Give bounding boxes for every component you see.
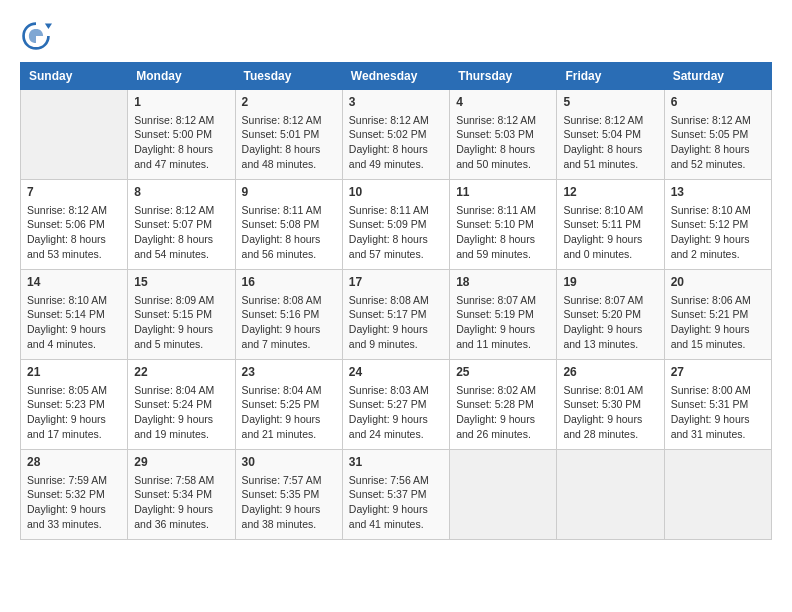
day-number: 2 xyxy=(242,94,336,111)
day-number: 16 xyxy=(242,274,336,291)
day-number: 15 xyxy=(134,274,228,291)
week-row-2: 7Sunrise: 8:12 AM Sunset: 5:06 PM Daylig… xyxy=(21,180,772,270)
calendar-cell: 13Sunrise: 8:10 AM Sunset: 5:12 PM Dayli… xyxy=(664,180,771,270)
calendar-cell: 12Sunrise: 8:10 AM Sunset: 5:11 PM Dayli… xyxy=(557,180,664,270)
day-number: 20 xyxy=(671,274,765,291)
day-info: Sunrise: 8:12 AM Sunset: 5:03 PM Dayligh… xyxy=(456,113,550,172)
day-number: 23 xyxy=(242,364,336,381)
day-info: Sunrise: 8:04 AM Sunset: 5:24 PM Dayligh… xyxy=(134,383,228,442)
day-info: Sunrise: 7:58 AM Sunset: 5:34 PM Dayligh… xyxy=(134,473,228,532)
day-number: 12 xyxy=(563,184,657,201)
day-number: 17 xyxy=(349,274,443,291)
day-number: 11 xyxy=(456,184,550,201)
day-info: Sunrise: 8:00 AM Sunset: 5:31 PM Dayligh… xyxy=(671,383,765,442)
column-header-saturday: Saturday xyxy=(664,63,771,90)
calendar-body: 1Sunrise: 8:12 AM Sunset: 5:00 PM Daylig… xyxy=(21,90,772,540)
column-header-wednesday: Wednesday xyxy=(342,63,449,90)
day-info: Sunrise: 8:01 AM Sunset: 5:30 PM Dayligh… xyxy=(563,383,657,442)
day-number: 25 xyxy=(456,364,550,381)
day-info: Sunrise: 8:05 AM Sunset: 5:23 PM Dayligh… xyxy=(27,383,121,442)
day-info: Sunrise: 8:12 AM Sunset: 5:07 PM Dayligh… xyxy=(134,203,228,262)
day-number: 4 xyxy=(456,94,550,111)
header-row: SundayMondayTuesdayWednesdayThursdayFrid… xyxy=(21,63,772,90)
day-info: Sunrise: 8:12 AM Sunset: 5:00 PM Dayligh… xyxy=(134,113,228,172)
calendar-cell xyxy=(664,450,771,540)
calendar-cell: 25Sunrise: 8:02 AM Sunset: 5:28 PM Dayli… xyxy=(450,360,557,450)
day-info: Sunrise: 8:11 AM Sunset: 5:09 PM Dayligh… xyxy=(349,203,443,262)
calendar-cell: 1Sunrise: 8:12 AM Sunset: 5:00 PM Daylig… xyxy=(128,90,235,180)
calendar-cell: 20Sunrise: 8:06 AM Sunset: 5:21 PM Dayli… xyxy=(664,270,771,360)
day-info: Sunrise: 8:09 AM Sunset: 5:15 PM Dayligh… xyxy=(134,293,228,352)
calendar-cell: 21Sunrise: 8:05 AM Sunset: 5:23 PM Dayli… xyxy=(21,360,128,450)
day-number: 18 xyxy=(456,274,550,291)
day-info: Sunrise: 7:59 AM Sunset: 5:32 PM Dayligh… xyxy=(27,473,121,532)
calendar-cell xyxy=(557,450,664,540)
day-number: 10 xyxy=(349,184,443,201)
day-info: Sunrise: 8:10 AM Sunset: 5:11 PM Dayligh… xyxy=(563,203,657,262)
column-header-sunday: Sunday xyxy=(21,63,128,90)
calendar-cell: 15Sunrise: 8:09 AM Sunset: 5:15 PM Dayli… xyxy=(128,270,235,360)
day-number: 19 xyxy=(563,274,657,291)
day-info: Sunrise: 8:04 AM Sunset: 5:25 PM Dayligh… xyxy=(242,383,336,442)
calendar-cell: 5Sunrise: 8:12 AM Sunset: 5:04 PM Daylig… xyxy=(557,90,664,180)
day-info: Sunrise: 8:10 AM Sunset: 5:14 PM Dayligh… xyxy=(27,293,121,352)
calendar-cell xyxy=(21,90,128,180)
calendar-cell: 31Sunrise: 7:56 AM Sunset: 5:37 PM Dayli… xyxy=(342,450,449,540)
day-number: 6 xyxy=(671,94,765,111)
day-number: 26 xyxy=(563,364,657,381)
calendar-table: SundayMondayTuesdayWednesdayThursdayFrid… xyxy=(20,62,772,540)
week-row-3: 14Sunrise: 8:10 AM Sunset: 5:14 PM Dayli… xyxy=(21,270,772,360)
calendar-cell: 14Sunrise: 8:10 AM Sunset: 5:14 PM Dayli… xyxy=(21,270,128,360)
calendar-cell: 24Sunrise: 8:03 AM Sunset: 5:27 PM Dayli… xyxy=(342,360,449,450)
calendar-cell xyxy=(450,450,557,540)
calendar-cell: 17Sunrise: 8:08 AM Sunset: 5:17 PM Dayli… xyxy=(342,270,449,360)
page-header xyxy=(20,20,772,52)
logo xyxy=(20,20,56,52)
day-info: Sunrise: 8:12 AM Sunset: 5:04 PM Dayligh… xyxy=(563,113,657,172)
day-number: 28 xyxy=(27,454,121,471)
calendar-cell: 26Sunrise: 8:01 AM Sunset: 5:30 PM Dayli… xyxy=(557,360,664,450)
day-number: 21 xyxy=(27,364,121,381)
day-info: Sunrise: 8:12 AM Sunset: 5:02 PM Dayligh… xyxy=(349,113,443,172)
calendar-cell: 18Sunrise: 8:07 AM Sunset: 5:19 PM Dayli… xyxy=(450,270,557,360)
day-info: Sunrise: 8:12 AM Sunset: 5:01 PM Dayligh… xyxy=(242,113,336,172)
day-number: 22 xyxy=(134,364,228,381)
calendar-cell: 16Sunrise: 8:08 AM Sunset: 5:16 PM Dayli… xyxy=(235,270,342,360)
day-number: 13 xyxy=(671,184,765,201)
calendar-cell: 22Sunrise: 8:04 AM Sunset: 5:24 PM Dayli… xyxy=(128,360,235,450)
day-info: Sunrise: 8:07 AM Sunset: 5:19 PM Dayligh… xyxy=(456,293,550,352)
column-header-monday: Monday xyxy=(128,63,235,90)
day-number: 3 xyxy=(349,94,443,111)
day-info: Sunrise: 7:57 AM Sunset: 5:35 PM Dayligh… xyxy=(242,473,336,532)
calendar-cell: 19Sunrise: 8:07 AM Sunset: 5:20 PM Dayli… xyxy=(557,270,664,360)
day-number: 27 xyxy=(671,364,765,381)
day-info: Sunrise: 8:02 AM Sunset: 5:28 PM Dayligh… xyxy=(456,383,550,442)
calendar-cell: 11Sunrise: 8:11 AM Sunset: 5:10 PM Dayli… xyxy=(450,180,557,270)
day-number: 14 xyxy=(27,274,121,291)
column-header-tuesday: Tuesday xyxy=(235,63,342,90)
calendar-cell: 23Sunrise: 8:04 AM Sunset: 5:25 PM Dayli… xyxy=(235,360,342,450)
calendar-cell: 30Sunrise: 7:57 AM Sunset: 5:35 PM Dayli… xyxy=(235,450,342,540)
day-info: Sunrise: 8:10 AM Sunset: 5:12 PM Dayligh… xyxy=(671,203,765,262)
day-number: 9 xyxy=(242,184,336,201)
calendar-cell: 2Sunrise: 8:12 AM Sunset: 5:01 PM Daylig… xyxy=(235,90,342,180)
day-info: Sunrise: 8:08 AM Sunset: 5:17 PM Dayligh… xyxy=(349,293,443,352)
calendar-cell: 4Sunrise: 8:12 AM Sunset: 5:03 PM Daylig… xyxy=(450,90,557,180)
calendar-cell: 6Sunrise: 8:12 AM Sunset: 5:05 PM Daylig… xyxy=(664,90,771,180)
calendar-header: SundayMondayTuesdayWednesdayThursdayFrid… xyxy=(21,63,772,90)
day-number: 8 xyxy=(134,184,228,201)
calendar-cell: 10Sunrise: 8:11 AM Sunset: 5:09 PM Dayli… xyxy=(342,180,449,270)
day-info: Sunrise: 8:03 AM Sunset: 5:27 PM Dayligh… xyxy=(349,383,443,442)
column-header-friday: Friday xyxy=(557,63,664,90)
day-number: 30 xyxy=(242,454,336,471)
calendar-cell: 8Sunrise: 8:12 AM Sunset: 5:07 PM Daylig… xyxy=(128,180,235,270)
week-row-5: 28Sunrise: 7:59 AM Sunset: 5:32 PM Dayli… xyxy=(21,450,772,540)
day-number: 31 xyxy=(349,454,443,471)
day-info: Sunrise: 7:56 AM Sunset: 5:37 PM Dayligh… xyxy=(349,473,443,532)
calendar-cell: 29Sunrise: 7:58 AM Sunset: 5:34 PM Dayli… xyxy=(128,450,235,540)
day-info: Sunrise: 8:12 AM Sunset: 5:05 PM Dayligh… xyxy=(671,113,765,172)
calendar-cell: 9Sunrise: 8:11 AM Sunset: 5:08 PM Daylig… xyxy=(235,180,342,270)
week-row-4: 21Sunrise: 8:05 AM Sunset: 5:23 PM Dayli… xyxy=(21,360,772,450)
day-info: Sunrise: 8:11 AM Sunset: 5:10 PM Dayligh… xyxy=(456,203,550,262)
calendar-cell: 28Sunrise: 7:59 AM Sunset: 5:32 PM Dayli… xyxy=(21,450,128,540)
